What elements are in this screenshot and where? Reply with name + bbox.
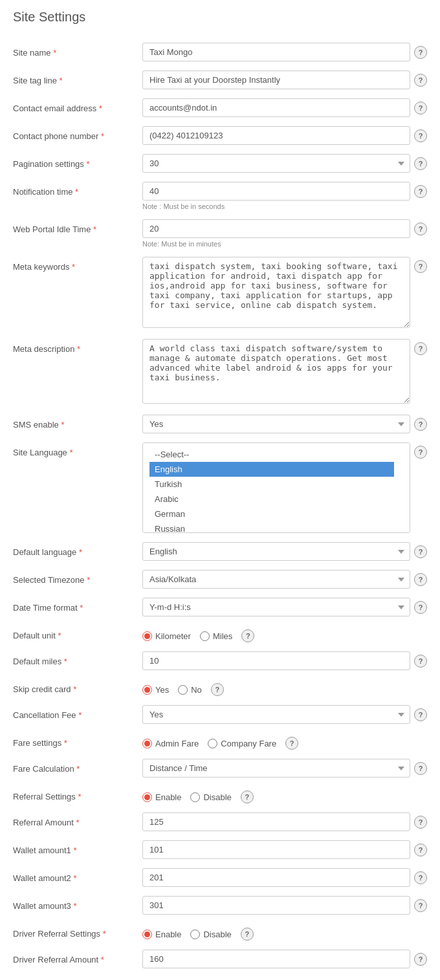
default-miles-label: Default miles * — [13, 651, 142, 668]
driver-referral-disable-option[interactable]: Disable — [190, 930, 231, 939]
email-input[interactable] — [142, 98, 410, 117]
skip-yes-option[interactable]: Yes — [142, 685, 169, 695]
referral-amount-help[interactable]: ? — [414, 816, 427, 829]
wallet-amount3-wrapper — [142, 896, 410, 915]
cancellation-fee-help[interactable]: ? — [414, 708, 427, 721]
referral-amount-wrapper — [142, 812, 410, 831]
wallet-amount3-row: Wallet amount3 * ? — [13, 896, 427, 915]
wallet-amount1-help[interactable]: ? — [414, 844, 427, 856]
tagline-help[interactable]: ? — [414, 74, 427, 87]
notification-time-note: Note : Must be in seconds — [142, 202, 410, 210]
default-language-select[interactable]: English Spanish Turkish Arabic German Ru… — [142, 542, 410, 561]
skip-no-option[interactable]: No — [178, 685, 202, 695]
pagination-label: Pagination settings * — [13, 154, 142, 170]
notification-time-input[interactable] — [142, 182, 410, 201]
referral-enable-radio[interactable] — [142, 792, 152, 802]
fare-calculation-select[interactable]: Distance / Time Distance Time — [142, 759, 410, 778]
idle-time-input-col: Note: Must be in minutes ? — [142, 219, 427, 248]
fare-calculation-help[interactable]: ? — [414, 762, 427, 775]
email-help[interactable]: ? — [414, 102, 427, 114]
site-name-label: Site name * — [13, 43, 142, 59]
lang-option-select[interactable]: --Select-- — [149, 447, 394, 462]
email-wrapper — [142, 98, 410, 117]
default-unit-label: Default unit * — [13, 626, 142, 642]
driver-referral-settings-input-col: Enable Disable ? — [142, 924, 427, 941]
driver-referral-amount-input[interactable] — [142, 950, 410, 968]
lang-option-arabic[interactable]: Arabic — [149, 492, 394, 506]
referral-enable-option[interactable]: Enable — [142, 792, 181, 802]
skip-credit-help[interactable]: ? — [211, 683, 224, 696]
fare-admin-radio[interactable] — [142, 739, 152, 748]
wallet-amount1-input[interactable] — [142, 840, 410, 859]
meta-description-input-col: A world class taxi dispatch software/sys… — [142, 339, 427, 406]
fare-admin-label: Admin Fare — [155, 739, 199, 748]
driver-referral-disable-radio[interactable] — [190, 930, 200, 939]
driver-referral-enable-radio[interactable] — [142, 930, 152, 939]
meta-keywords-help[interactable]: ? — [414, 260, 427, 273]
wallet-amount2-input[interactable] — [142, 868, 410, 887]
timezone-help[interactable]: ? — [414, 573, 427, 586]
wallet-amount3-input[interactable] — [142, 896, 410, 915]
default-language-wrapper: English Spanish Turkish Arabic German Ru… — [142, 542, 410, 561]
timezone-select[interactable]: Asia/Kolkata — [142, 570, 410, 589]
site-language-listbox[interactable]: --Select-- English Turkish Arabic German… — [142, 442, 410, 533]
unit-kilometer-radio[interactable] — [142, 631, 152, 641]
lang-option-turkish[interactable]: Turkish — [149, 477, 394, 492]
referral-settings-help[interactable]: ? — [241, 790, 254, 803]
datetime-format-select[interactable]: Y-m-d H:i:s — [142, 598, 410, 616]
fare-settings-help[interactable]: ? — [285, 737, 298, 750]
lang-option-german[interactable]: German — [149, 506, 394, 521]
site-name-input[interactable] — [142, 43, 410, 61]
sms-enable-select[interactable]: Yes No — [142, 415, 410, 433]
sms-enable-help[interactable]: ? — [414, 418, 427, 431]
unit-miles-option[interactable]: Miles — [200, 631, 232, 641]
notification-time-help[interactable]: ? — [414, 185, 427, 198]
driver-referral-enable-option[interactable]: Enable — [142, 930, 181, 939]
fare-company-option[interactable]: Company Fare — [208, 739, 276, 748]
pagination-select[interactable]: 30 50 100 — [142, 154, 410, 173]
wallet-amount2-help[interactable]: ? — [414, 871, 427, 884]
lang-option-english[interactable]: English — [149, 462, 394, 477]
sms-enable-wrapper: Yes No — [142, 415, 410, 433]
datetime-format-help[interactable]: ? — [414, 601, 427, 614]
unit-kilometer-option[interactable]: Kilometer — [142, 631, 191, 641]
fare-company-radio[interactable] — [208, 739, 217, 748]
unit-miles-radio[interactable] — [200, 631, 210, 641]
phone-help[interactable]: ? — [414, 129, 427, 142]
default-unit-help[interactable]: ? — [241, 629, 254, 642]
tagline-label: Site tag line * — [13, 71, 142, 87]
driver-referral-settings-group: Enable Disable ? — [142, 924, 254, 941]
idle-time-input[interactable] — [142, 219, 410, 238]
site-name-help[interactable]: ? — [414, 46, 427, 59]
referral-disable-option[interactable]: Disable — [190, 792, 231, 802]
skip-no-radio[interactable] — [178, 685, 188, 695]
skip-yes-label: Yes — [155, 685, 169, 695]
referral-amount-input[interactable] — [142, 812, 410, 831]
tagline-input[interactable] — [142, 71, 410, 89]
meta-description-row: Meta description * A world class taxi di… — [13, 339, 427, 406]
referral-disable-label: Disable — [203, 792, 231, 802]
driver-referral-settings-help[interactable]: ? — [241, 928, 254, 941]
wallet-amount2-label: Wallet amount2 * — [13, 868, 142, 884]
site-name-input-col: ? — [142, 43, 427, 61]
idle-time-help[interactable]: ? — [414, 223, 427, 235]
fare-company-label: Company Fare — [221, 739, 276, 748]
default-miles-input[interactable] — [142, 651, 410, 670]
site-language-help[interactable]: ? — [414, 446, 427, 459]
fare-admin-option[interactable]: Admin Fare — [142, 739, 199, 748]
meta-keywords-textarea[interactable]: taxi dispatch system, taxi booking softw… — [142, 257, 410, 328]
site-name-wrapper — [142, 43, 410, 61]
driver-referral-amount-help[interactable]: ? — [414, 953, 427, 966]
default-miles-help[interactable]: ? — [414, 655, 427, 668]
wallet-amount3-help[interactable]: ? — [414, 899, 427, 912]
skip-yes-radio[interactable] — [142, 685, 152, 695]
default-language-help[interactable]: ? — [414, 545, 427, 558]
phone-input[interactable] — [142, 126, 410, 145]
meta-description-textarea[interactable]: A world class taxi dispatch software/sys… — [142, 339, 410, 404]
cancellation-fee-select[interactable]: Yes No — [142, 705, 410, 724]
lang-option-russian[interactable]: Russian — [149, 521, 394, 533]
pagination-help[interactable]: ? — [414, 157, 427, 170]
meta-description-help[interactable]: ? — [414, 342, 427, 355]
referral-disable-radio[interactable] — [190, 792, 200, 802]
sms-enable-input-col: Yes No ? — [142, 415, 427, 433]
